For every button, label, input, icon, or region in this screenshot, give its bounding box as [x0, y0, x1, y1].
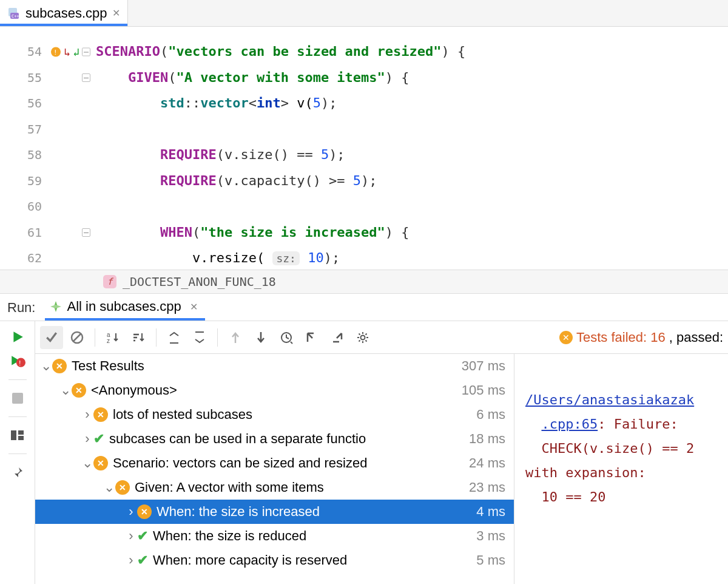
code-line[interactable]	[96, 117, 465, 143]
next-fail-icon[interactable]	[249, 326, 272, 349]
editor-tabbar: C++ subcases.cpp ✕	[0, 0, 728, 27]
chevron-icon[interactable]: ›	[81, 407, 93, 423]
gutter: 54 ! ↳ ↲ 55 56 57 58 59 60 61 62	[0, 27, 96, 270]
chevron-icon[interactable]: ⌄	[81, 455, 93, 471]
test-output[interactable]: /Users/anastasiakazak .cpp:65: Failure: …	[514, 354, 728, 584]
sort-duration-icon[interactable]	[127, 326, 150, 349]
svg-text:!: !	[53, 48, 58, 56]
vcs-in-icon[interactable]: ↲	[73, 46, 79, 58]
fail-badge-icon: ✕	[559, 331, 573, 344]
import-icon[interactable]	[300, 326, 323, 349]
svg-text:!: !	[19, 359, 21, 367]
close-icon[interactable]: ✕	[186, 301, 198, 313]
fail-icon: ✕	[93, 456, 108, 470]
code-line[interactable]: WHEN("the size is increased") {	[96, 220, 465, 246]
svg-text:z: z	[107, 338, 110, 344]
test-label: When: the size is increased	[157, 504, 476, 520]
chevron-icon[interactable]: ›	[125, 528, 137, 544]
chevron-icon[interactable]: ›	[81, 431, 93, 447]
chevron-icon[interactable]: ›	[125, 504, 137, 520]
test-tree[interactable]: ⌄✕Test Results307 ms⌄✕<Anonymous>105 ms›…	[35, 354, 514, 584]
code-line[interactable]: v.resize( sz: 10);	[96, 245, 465, 271]
vcs-out-icon[interactable]: ↳	[64, 46, 70, 58]
chevron-icon[interactable]: ⌄	[40, 358, 52, 374]
test-label: When: more capacity is reserved	[153, 552, 476, 568]
rerun-failed-icon[interactable]: !	[9, 353, 26, 370]
pass-icon: ✔	[137, 552, 148, 568]
test-tree-row[interactable]: ›✔When: more capacity is reserved5 ms	[35, 548, 514, 572]
test-duration: 3 ms	[476, 528, 505, 544]
code-line[interactable]: REQUIRE(v.capacity() >= 5);	[96, 168, 465, 194]
svg-rect-12	[11, 430, 16, 440]
export-icon[interactable]	[326, 326, 349, 349]
test-tree-row[interactable]: ⌄✕Given: A vector with some items23 ms	[35, 475, 514, 500]
stop-icon[interactable]	[9, 390, 26, 407]
pin-icon[interactable]	[9, 464, 26, 481]
test-tree-row[interactable]: ⌄✕<Anonymous>105 ms	[35, 378, 514, 402]
chevron-icon[interactable]: ›	[125, 552, 137, 568]
code-area[interactable]: SCENARIO("vectors can be sized and resiz…	[96, 27, 465, 270]
test-tree-row[interactable]: ›✕When: the size is increased4 ms	[35, 500, 514, 524]
svg-rect-14	[18, 436, 24, 440]
fold-icon[interactable]	[82, 73, 90, 82]
fold-icon[interactable]	[82, 47, 90, 56]
test-label: subcases can be used in a separate funct…	[109, 431, 469, 447]
expand-all-icon[interactable]	[163, 326, 186, 349]
fail-icon: ✕	[115, 480, 130, 495]
show-ignored-toggle[interactable]	[66, 326, 89, 349]
run-left-rail: !	[0, 321, 35, 584]
chevron-icon[interactable]: ⌄	[59, 382, 72, 398]
test-duration: 6 ms	[476, 407, 505, 423]
tests-failed-text: Tests failed: 16	[576, 330, 666, 345]
pass-icon: ✔	[137, 528, 148, 544]
function-icon: f	[103, 275, 116, 288]
fail-icon: ✕	[52, 359, 67, 373]
svg-rect-11	[12, 393, 23, 404]
inlay-hint: sz:	[272, 251, 300, 265]
prev-fail-icon[interactable]	[224, 326, 247, 349]
test-tree-row[interactable]: ⌄✕Scenario: vectors can be sized and res…	[35, 451, 514, 475]
collapse-all-icon[interactable]	[188, 326, 211, 349]
test-duration: 18 ms	[469, 431, 505, 447]
test-duration: 23 ms	[469, 480, 505, 495]
test-label: When: the size is reduced	[153, 528, 476, 544]
test-status: ✕ Tests failed: 16, passed:	[559, 330, 723, 345]
close-icon[interactable]: ✕	[112, 7, 120, 19]
test-tree-row[interactable]: ⌄✕Test Results307 ms	[35, 354, 514, 378]
pass-icon: ✔	[93, 431, 104, 447]
history-icon[interactable]	[275, 326, 298, 349]
test-duration: 105 ms	[462, 382, 505, 398]
test-tree-row[interactable]: ›✔subcases can be used in a separate fun…	[35, 427, 514, 451]
code-line[interactable]	[96, 194, 465, 220]
test-duration: 4 ms	[476, 504, 505, 520]
svg-rect-13	[18, 430, 24, 435]
test-duration: 5 ms	[476, 552, 505, 568]
fold-icon[interactable]	[82, 228, 90, 237]
code-line[interactable]: REQUIRE(v.size() == 5);	[96, 142, 465, 168]
test-tree-row[interactable]: ›✕lots of nested subcases6 ms	[35, 402, 514, 427]
code-editor[interactable]: 54 ! ↳ ↲ 55 56 57 58 59 60 61 62 SCENARI…	[0, 27, 728, 270]
svg-line-16	[73, 334, 81, 341]
test-toolbar: az ✕ Tests failed: 16, passed:	[35, 321, 728, 354]
layout-icon[interactable]	[9, 427, 26, 444]
test-label: Scenario: vectors can be sized and resiz…	[113, 455, 469, 471]
file-link[interactable]: /Users/anastasiakazak	[525, 392, 694, 407]
code-line[interactable]: GIVEN("A vector with some items") {	[96, 65, 465, 91]
file-tab[interactable]: C++ subcases.cpp ✕	[0, 0, 128, 26]
settings-icon[interactable]	[351, 326, 374, 349]
code-line[interactable]: SCENARIO("vectors can be sized and resiz…	[96, 39, 465, 65]
code-line[interactable]: std::vector<int> v(5);	[96, 90, 465, 117]
test-tree-row[interactable]: ›✔When: the size is reduced3 ms	[35, 524, 514, 548]
svg-marker-7	[13, 331, 22, 342]
fail-icon: ✕	[93, 407, 108, 422]
fail-icon: ✕	[137, 504, 152, 519]
sort-icon[interactable]: az	[101, 326, 124, 349]
breadcrumb[interactable]: f _DOCTEST_ANON_FUNC_18	[0, 270, 728, 294]
test-label: <Anonymous>	[91, 382, 462, 398]
rerun-icon[interactable]	[9, 328, 26, 345]
run-config-tab[interactable]: All in subcases.cpp ✕	[45, 295, 204, 321]
breakpoint-icon[interactable]: !	[50, 46, 61, 57]
show-passed-toggle[interactable]	[40, 326, 63, 349]
test-duration: 24 ms	[469, 455, 505, 471]
chevron-icon[interactable]: ⌄	[103, 480, 115, 495]
